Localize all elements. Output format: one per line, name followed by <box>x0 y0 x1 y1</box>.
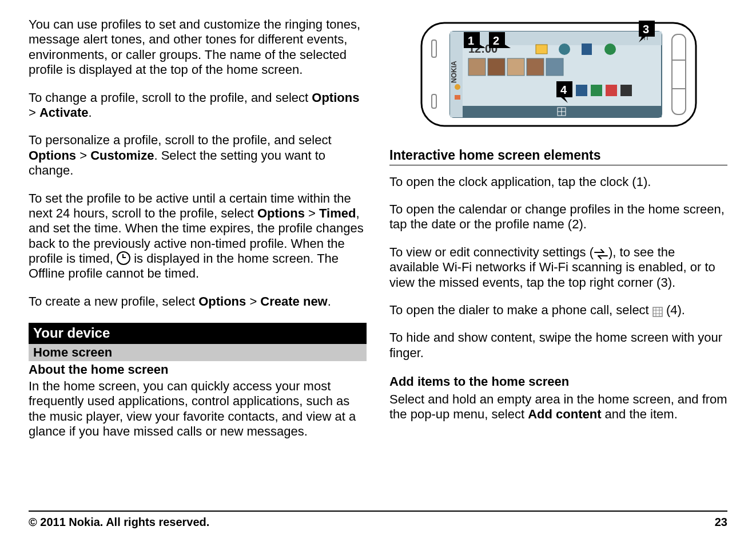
svg-rect-11 <box>468 58 486 76</box>
svg-text:2: 2 <box>493 34 499 47</box>
para-personalize-profile: To personalize a profile, scroll to the … <box>29 133 367 178</box>
svg-rect-16 <box>536 45 547 54</box>
svg-point-17 <box>559 43 570 55</box>
svg-rect-22 <box>606 85 617 96</box>
para-connectivity: To view or edit connectivity settings ()… <box>389 245 727 290</box>
text: To create a new profile, select <box>29 294 198 308</box>
text: > <box>305 206 319 220</box>
svg-rect-23 <box>620 85 632 96</box>
text: To view or edit connectivity settings ( <box>389 245 594 259</box>
text: (4). <box>663 303 685 317</box>
text: > <box>29 105 39 120</box>
text: . <box>328 294 331 308</box>
svg-rect-45 <box>653 307 662 316</box>
para-swipe: To hide and show content, swipe the home… <box>389 330 727 361</box>
svg-rect-18 <box>582 43 592 55</box>
phone-illustration: NOKIA 12:00 <box>389 17 727 132</box>
heading-interactive-elements: Interactive home screen elements <box>389 147 727 165</box>
swap-arrows-icon <box>594 249 608 259</box>
svg-rect-14 <box>527 58 544 76</box>
text: To personalize a profile, scroll to the … <box>29 133 332 147</box>
dialpad-icon <box>652 307 663 317</box>
para-change-profile: To change a profile, scroll to the profi… <box>29 90 367 121</box>
para-open-clock: To open the clock application, tap the c… <box>389 175 727 189</box>
label-timed: Timed <box>319 206 356 220</box>
svg-text:3: 3 <box>643 23 649 35</box>
svg-rect-20 <box>576 85 587 96</box>
svg-point-19 <box>604 43 616 55</box>
svg-rect-15 <box>546 58 563 76</box>
label-activate: Activate <box>39 105 89 120</box>
svg-point-28 <box>455 84 460 90</box>
text: To open the dialer to make a phone call,… <box>389 303 652 317</box>
clock-icon <box>117 251 130 265</box>
para-home-screen-desc: In the home screen, you can quickly acce… <box>29 379 367 440</box>
text: > <box>76 148 90 163</box>
text: > <box>246 294 260 308</box>
svg-rect-1 <box>672 34 686 114</box>
label-add-content: Add content <box>528 407 601 421</box>
label-options: Options <box>312 90 359 105</box>
label-options: Options <box>198 294 246 308</box>
footer-copyright: © 2011 Nokia. All rights reserved. <box>29 515 209 529</box>
para-create-profile: To create a new profile, select Options … <box>29 294 367 309</box>
para-open-dialer: To open the dialer to make a phone call,… <box>389 303 727 318</box>
label-customize: Customize <box>90 148 154 163</box>
svg-text:NOKIA: NOKIA <box>450 61 458 83</box>
heading-about-home-screen: About the home screen <box>29 361 367 378</box>
label-options: Options <box>29 148 76 163</box>
svg-rect-29 <box>455 95 460 100</box>
label-options: Options <box>257 206 305 220</box>
svg-text:1: 1 <box>468 34 474 47</box>
svg-rect-13 <box>507 58 524 76</box>
right-column: NOKIA 12:00 <box>389 17 727 498</box>
para-add-items: Select and hold an empty area in the hom… <box>389 392 727 422</box>
para-timed-profile: To set the profile to be active until a … <box>29 191 367 282</box>
para-open-calendar: To open the calendar or change profiles … <box>389 202 727 232</box>
svg-rect-12 <box>488 58 505 76</box>
svg-rect-4 <box>432 40 436 57</box>
footer-page-number: 23 <box>715 515 727 529</box>
heading-add-items: Add items to the home screen <box>389 374 727 389</box>
text: . <box>89 105 92 120</box>
text: and the item. <box>601 407 677 421</box>
svg-rect-21 <box>591 85 602 96</box>
section-your-device: Your device <box>29 323 367 344</box>
svg-text:4: 4 <box>560 84 567 96</box>
para-profiles-intro: You can use profiles to set and customiz… <box>29 17 367 78</box>
label-create-new: Create new <box>260 294 327 308</box>
left-column: You can use profiles to set and customiz… <box>29 17 367 498</box>
text: To change a profile, scroll to the profi… <box>29 90 312 105</box>
phone-svg: NOKIA 12:00 <box>416 17 702 132</box>
subsection-home-screen: Home screen <box>29 344 367 361</box>
svg-rect-5 <box>432 94 436 108</box>
page-footer: © 2011 Nokia. All rights reserved. 23 <box>29 511 727 529</box>
